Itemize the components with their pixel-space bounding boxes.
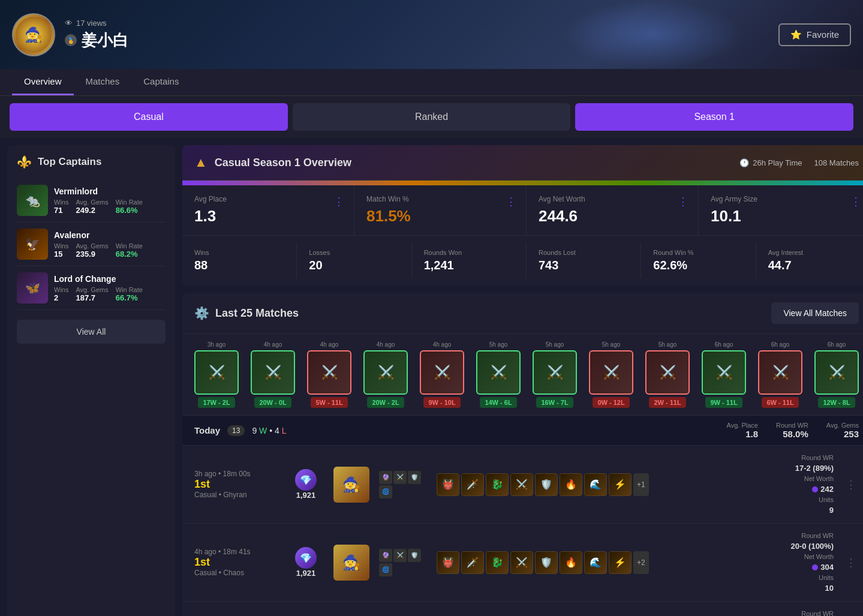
unit-b4: 🛡️ [535, 551, 558, 574]
match-thumb-0[interactable]: 3h ago ⚔️ 17W - 2L [190, 341, 243, 408]
overview-title: Casual Season 1 Overview [215, 157, 351, 169]
unit-6: 🌊 [584, 473, 607, 496]
match-thumb-2[interactable]: 4h ago ⚔️ 5W - 11L [302, 341, 356, 408]
ability-b1: ⚔️ [393, 549, 407, 562]
match-thumb-9[interactable]: 6h ago ⚔️ 9W - 11L [697, 341, 751, 408]
captain-row-lord-of-change: Wins 2 Avg. Gems 187.7 Win Rate 66.7% [54, 286, 166, 302]
stat-match-win: Match Win % 81.5% ⋮ [354, 185, 527, 235]
gem-icon-0: 💎 [295, 469, 317, 491]
nw-value-1: 304 [812, 563, 834, 572]
captain-avatar-lord-of-change: 🦋 [17, 272, 48, 304]
match-thumb-1[interactable]: 4h ago ⚔️ 20W - 0L [246, 341, 300, 408]
match-hero-thumb-0: 🧙 [333, 467, 369, 503]
tab-casual[interactable]: Casual [10, 103, 288, 131]
match-img-5: ⚔️ [476, 350, 521, 395]
matches-title: Last 25 Matches [215, 307, 299, 320]
match-units-1: 👹 🗡️ 🐉 ⚔️ 🛡️ 🔥 🌊 ⚡ +2 [437, 551, 734, 574]
match-img-6: ⚔️ [533, 350, 577, 395]
captain-gems-avalenor: Avg. Gems 235.9 [76, 242, 108, 259]
unit-b0: 👹 [437, 551, 459, 574]
overview-header: ▲ Casual Season 1 Overview 🕐 26h Play Ti… [182, 145, 863, 181]
stat-round-win-pct: Round Win % 62.6% [641, 243, 756, 278]
stat-wins: Wins 88 [182, 243, 297, 278]
ability-3: 🌀 [379, 485, 392, 498]
match-gems-1: 💎 1,921 [288, 547, 324, 578]
rank-icon: 🏅 [65, 34, 77, 46]
view-all-matches-button[interactable]: View All Matches [771, 302, 859, 324]
plus-badge-0: +1 [633, 473, 649, 496]
match-units-0: 👹 🗡️ 🐉 ⚔️ 🛡️ 🔥 🌊 ⚡ +1 [437, 473, 734, 496]
match-img-10: ⚔️ [758, 350, 802, 395]
captain-wr-verminlord: Win Rate 86.6% [116, 199, 143, 215]
match-row-2[interactable]: 4h ago • 15m 38s 3rd Casual • Ghyran 💎 1… [182, 601, 863, 616]
header-content: 🧙 👁 17 views 🏅 姜小白 ⭐ Favorite [12, 13, 851, 56]
stat-dots-0[interactable]: ⋮ [333, 195, 344, 208]
captain-stats-lord-of-change: Lord of Change Wins 2 Avg. Gems 187.7 Wi… [54, 274, 166, 302]
match-thumb-8[interactable]: 5h ago ⚔️ 2W - 11L [641, 341, 694, 408]
tab-captains[interactable]: Captains [131, 69, 191, 95]
views-count: 17 views [76, 19, 107, 28]
captain-item-lord-of-change: 🦋 Lord of Change Wins 2 Avg. Gems 187.7 … [17, 266, 166, 310]
match-thumb-10[interactable]: 6h ago ⚔️ 6W - 11L [753, 341, 807, 408]
captain-avatar-verminlord: 🐀 [17, 185, 48, 216]
stats-grid: Avg Place 1.3 ⋮ Match Win % 81.5% ⋮ Avg … [182, 185, 863, 236]
matches-meta: 108 Matches [814, 158, 859, 167]
match-thumb-5[interactable]: 5h ago ⚔️ 14W - 6L [471, 341, 525, 408]
match-thumb-7[interactable]: 5h ago ⚔️ 0W - 12L [584, 341, 638, 408]
match-thumb-11[interactable]: 6h ago ⚔️ 12W - 8L [810, 341, 863, 408]
tab-overview[interactable]: Overview [12, 69, 74, 95]
sidebar-title: ⚜️ Top Captains [17, 155, 166, 169]
tab-ranked[interactable]: Ranked [293, 103, 571, 131]
sidebar: ⚜️ Top Captains 🐀 Verminlord Wins 71 Avg… [7, 145, 175, 616]
match-more-1[interactable]: ⋮ [843, 554, 859, 572]
tab-matches[interactable]: Matches [74, 69, 132, 95]
avatar-inner: 🧙 [16, 17, 52, 53]
captain-item-verminlord: 🐀 Verminlord Wins 71 Avg. Gems 249.2 Win… [17, 179, 166, 223]
tab-season1[interactable]: Season 1 [575, 103, 853, 131]
match-hero-thumb-1: 🧙 [333, 545, 369, 581]
stat-dots-1[interactable]: ⋮ [506, 195, 516, 208]
captain-wins-verminlord: Wins 71 [54, 199, 68, 215]
unit-5: 🔥 [560, 473, 582, 496]
match-placement-1: 1st [194, 556, 278, 569]
unit-0: 👹 [437, 473, 459, 496]
stat-dots-2[interactable]: ⋮ [678, 195, 688, 208]
match-thumb-6[interactable]: 5h ago ⚔️ 16W - 7L [528, 341, 582, 408]
match-left-1: 4h ago • 18m 41s 1st Casual • Chaos [194, 548, 278, 577]
unit-b7: ⚡ [609, 551, 632, 574]
play-time-meta: 🕐 26h Play Time [739, 158, 802, 167]
match-right-0: Round WR 17-2 (89%) Net Worth 242 Units … [744, 454, 834, 515]
matches-icon: ⚙️ [194, 306, 209, 320]
ability-1: ⚔️ [393, 471, 407, 484]
match-thumb-3[interactable]: 4h ago ⚔️ 20W - 2L [359, 341, 413, 408]
match-row-0[interactable]: 3h ago • 18m 00s 1st Casual • Ghyran 💎 1… [182, 445, 863, 523]
captain-item-avalenor: 🦅 Avalenor Wins 15 Avg. Gems 235.9 Win R… [17, 223, 166, 266]
match-right-1: Round WR 20-0 (100%) Net Worth 304 Units… [744, 532, 834, 593]
match-more-0[interactable]: ⋮ [843, 476, 859, 494]
gem-dot-0 [812, 486, 818, 492]
stat-avg-net-worth: Avg Net Worth 244.6 ⋮ [527, 185, 699, 235]
stat-rounds-lost: Rounds Lost 743 [527, 243, 641, 278]
stat-rounds-won: Rounds Won 1,241 [412, 243, 527, 278]
match-row-1[interactable]: 4h ago • 18m 41s 1st Casual • Chaos 💎 1,… [182, 523, 863, 601]
unit-b5: 🔥 [560, 551, 582, 574]
match-right-2: Round WR 5-11 (31%) Net Worth 201 Units … [744, 610, 834, 616]
stat-avg-army-size: Avg Army Size 10.1 ⋮ [699, 185, 863, 235]
header-info: 👁 17 views 🏅 姜小白 [65, 19, 128, 51]
match-gems-0: 💎 1,921 [288, 469, 324, 500]
captain-row-verminlord: Wins 71 Avg. Gems 249.2 Win Rate 86.6% [54, 199, 166, 215]
captain-gems-loc: Avg. Gems 187.7 [76, 286, 108, 302]
match-img-2: ⚔️ [307, 350, 351, 395]
match-img-7: ⚔️ [589, 350, 633, 395]
captain-stats-avalenor: Avalenor Wins 15 Avg. Gems 235.9 Win Rat… [54, 230, 166, 259]
stat-dots-3[interactable]: ⋮ [850, 195, 861, 208]
captain-wr-loc: Win Rate 66.7% [116, 286, 143, 302]
gem-dot-1 [812, 564, 818, 570]
favorite-button[interactable]: ⭐ Favorite [778, 23, 851, 46]
view-all-captains-button[interactable]: View All [17, 320, 166, 344]
ability-0: 🔮 [379, 471, 392, 484]
captain-gems-verminlord: Avg. Gems 249.2 [76, 199, 108, 215]
today-row: Today 13 9 W • 4 L Avg. Place 1.8 Round … [182, 415, 863, 445]
match-thumb-4[interactable]: 4h ago ⚔️ 9W - 10L [415, 341, 469, 408]
stat-losses: Losses 20 [297, 243, 411, 278]
